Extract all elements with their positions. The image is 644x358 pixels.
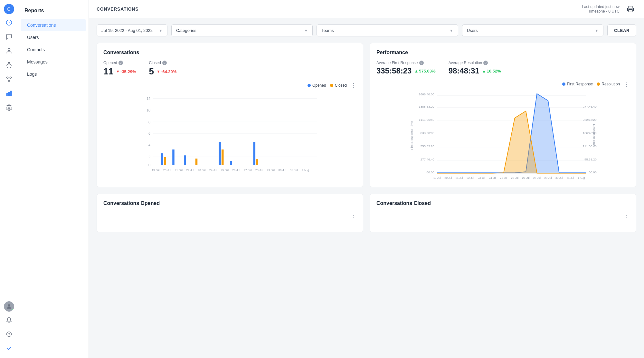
closed-help-icon[interactable]: ? bbox=[162, 61, 167, 65]
date-range-filter[interactable]: Jul 19, 2022 - Aug 01, 2022 ▼ bbox=[97, 24, 167, 36]
resolution-value: 98:48:31 bbox=[449, 66, 479, 75]
bar-closed-20jul bbox=[164, 157, 166, 165]
sidebar-item-logs[interactable]: Logs bbox=[21, 68, 86, 80]
topbar: CONVERSATIONS Last updated just now Time… bbox=[89, 0, 644, 18]
bar-opened-20jul bbox=[161, 153, 164, 165]
sidebar-item-contacts[interactable]: Contacts bbox=[21, 44, 86, 55]
conversations-stats-row: Opened ? 11 ▼ -35.29% bbox=[103, 61, 356, 77]
resolution-up-arrow-icon: ▲ bbox=[482, 69, 486, 73]
svg-text:21 Jul: 21 Jul bbox=[456, 176, 463, 179]
sidebar-icon-check[interactable] bbox=[3, 343, 15, 354]
svg-text:31 Jul: 31 Jul bbox=[290, 169, 298, 172]
svg-text:20 Jul: 20 Jul bbox=[444, 176, 452, 179]
sidebar-icon-reports[interactable] bbox=[3, 88, 15, 99]
sidebar: C bbox=[0, 0, 18, 358]
svg-rect-9 bbox=[10, 91, 11, 96]
opened-help-icon[interactable]: ? bbox=[118, 61, 123, 65]
resolution-help-icon[interactable]: ? bbox=[483, 61, 488, 65]
teams-value: Teams bbox=[321, 28, 334, 33]
svg-text:1388:53:20: 1388:53:20 bbox=[419, 105, 434, 108]
filter-bar: Jul 19, 2022 - Aug 01, 2022 ▼ Categories… bbox=[97, 24, 636, 36]
topbar-right: Last updated just now Timezone - 0 UTC bbox=[582, 3, 636, 15]
resolution-metric: Average Resolution ? 98:48:31 ▲ 16.52% bbox=[449, 61, 501, 75]
svg-text:4: 4 bbox=[148, 143, 150, 147]
bar-opened-26jul bbox=[230, 161, 232, 165]
users-value: Users bbox=[467, 28, 478, 33]
svg-text:Resolution Time: Resolution Time bbox=[592, 124, 596, 146]
first-response-help-icon[interactable]: ? bbox=[419, 61, 424, 65]
svg-text:31 Jul: 31 Jul bbox=[566, 176, 574, 179]
performance-line-chart: 00:00 277:46:40 555:33:20 833:20:00 1111… bbox=[376, 90, 630, 180]
svg-text:1111:06:40: 1111:06:40 bbox=[419, 118, 434, 121]
date-range-value: Jul 19, 2022 - Aug 01, 2022 bbox=[101, 28, 153, 33]
first-response-up-arrow-icon: ▲ bbox=[414, 69, 418, 73]
svg-rect-5 bbox=[10, 77, 11, 78]
sidebar-icon-settings[interactable] bbox=[3, 102, 15, 113]
legend-resolution-dot bbox=[597, 82, 600, 86]
sidebar-icon-chat[interactable] bbox=[3, 31, 15, 43]
sidebar-item-users[interactable]: Users bbox=[21, 32, 86, 43]
sidebar-icon-sitemap[interactable] bbox=[3, 73, 15, 85]
svg-text:27 Jul: 27 Jul bbox=[522, 176, 530, 179]
conv-closed-card: Conversations Closed ⋮ bbox=[370, 194, 636, 232]
svg-text:55:33:20: 55:33:20 bbox=[584, 158, 597, 161]
svg-text:29 Jul: 29 Jul bbox=[545, 176, 552, 179]
conversations-card: Conversations Opened ? 11 ▼ -35.29% bbox=[97, 43, 363, 187]
bar-opened-25jul bbox=[219, 142, 221, 165]
print-button[interactable] bbox=[625, 3, 636, 15]
categories-value: Categories bbox=[176, 28, 196, 33]
svg-text:19 Jul: 19 Jul bbox=[152, 169, 160, 172]
first-response-value-row: 335:58:23 ▲ 575.03% bbox=[376, 66, 436, 75]
svg-text:833:20:00: 833:20:00 bbox=[421, 131, 435, 135]
timezone-text: Timezone - 0 UTC bbox=[582, 9, 620, 14]
conversations-chart-menu-icon[interactable]: ⋮ bbox=[351, 82, 356, 89]
opened-value-row: 11 ▼ -35.29% bbox=[103, 66, 136, 77]
resolution-value-row: 98:48:31 ▲ 16.52% bbox=[449, 66, 501, 75]
svg-text:22 Jul: 22 Jul bbox=[186, 169, 194, 172]
nav-panel: Reports Conversations Users Contacts Mes… bbox=[18, 0, 89, 358]
svg-text:2: 2 bbox=[148, 155, 150, 159]
svg-point-11 bbox=[8, 304, 10, 307]
svg-rect-8 bbox=[8, 92, 9, 96]
user-avatar[interactable] bbox=[4, 301, 14, 312]
bar-opened-21jul bbox=[172, 150, 175, 165]
sidebar-item-conversations[interactable]: Conversations bbox=[21, 19, 86, 31]
legend-opened: Opened bbox=[308, 83, 326, 88]
categories-filter[interactable]: Categories ▼ bbox=[171, 24, 313, 36]
bar-closed-23jul bbox=[195, 159, 198, 165]
main-area: CONVERSATIONS Last updated just now Time… bbox=[89, 0, 644, 358]
svg-text:29 Jul: 29 Jul bbox=[267, 169, 275, 172]
svg-text:1 Aug: 1 Aug bbox=[301, 169, 309, 172]
svg-text:25 Jul: 25 Jul bbox=[500, 176, 507, 179]
teams-filter[interactable]: Teams ▼ bbox=[317, 24, 458, 36]
sidebar-item-messages[interactable]: Messages bbox=[21, 56, 86, 68]
clear-button[interactable]: CLEAR bbox=[607, 24, 636, 36]
conv-closed-chart-menu-icon[interactable]: ⋮ bbox=[624, 211, 630, 218]
svg-text:27 Jul: 27 Jul bbox=[244, 169, 252, 172]
sidebar-icon-help[interactable] bbox=[3, 328, 15, 340]
conv-opened-chart-menu-icon[interactable]: ⋮ bbox=[351, 211, 356, 218]
performance-chart-menu-icon[interactable]: ⋮ bbox=[624, 81, 630, 88]
sidebar-icon-antenna[interactable] bbox=[3, 59, 15, 71]
conv-opened-title: Conversations Opened bbox=[103, 200, 356, 206]
legend-opened-dot bbox=[308, 84, 311, 87]
perf-stats-row: Average First Response ? 335:58:23 ▲ 575… bbox=[376, 61, 630, 75]
cards-grid: Conversations Opened ? 11 ▼ -35.29% bbox=[97, 43, 636, 232]
users-filter[interactable]: Users ▼ bbox=[462, 24, 603, 36]
first-response-metric: Average First Response ? 335:58:23 ▲ 575… bbox=[376, 61, 436, 75]
sidebar-icon-dashboard[interactable] bbox=[3, 17, 15, 28]
sidebar-avatar[interactable]: C bbox=[4, 4, 14, 14]
first-response-change: ▲ 575.03% bbox=[414, 69, 435, 73]
svg-rect-14 bbox=[629, 9, 632, 12]
sidebar-icon-bell[interactable] bbox=[3, 314, 15, 326]
svg-text:1666:40:00: 1666:40:00 bbox=[419, 92, 434, 96]
svg-point-1 bbox=[8, 49, 10, 51]
svg-text:19 Jul: 19 Jul bbox=[433, 176, 441, 179]
closed-value-row: 5 ▼ -64.29% bbox=[149, 66, 176, 77]
opened-value: 11 bbox=[103, 66, 113, 77]
svg-text:1 Aug: 1 Aug bbox=[578, 176, 585, 179]
content-area: Jul 19, 2022 - Aug 01, 2022 ▼ Categories… bbox=[89, 18, 644, 358]
svg-text:00:00: 00:00 bbox=[427, 170, 435, 174]
svg-text:26 Jul: 26 Jul bbox=[511, 176, 518, 179]
sidebar-icon-contacts[interactable] bbox=[3, 45, 15, 57]
